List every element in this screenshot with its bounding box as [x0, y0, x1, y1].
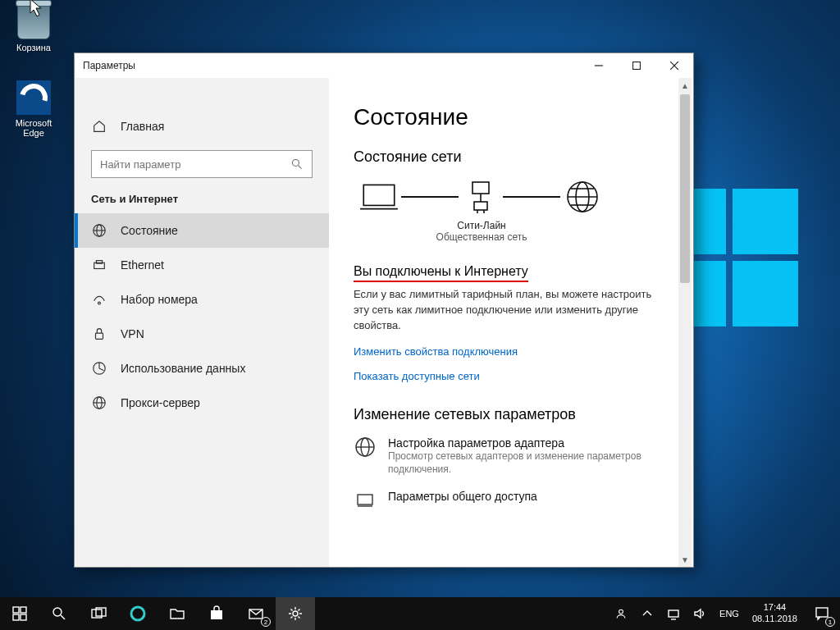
clock-date: 08.11.2018 [752, 614, 797, 625]
search-input[interactable] [100, 158, 290, 171]
svg-rect-18 [363, 185, 395, 205]
section-heading-network-state: Состояние сети [354, 148, 669, 166]
svg-rect-44 [211, 610, 222, 619]
content-scrollbar[interactable]: ▲ ▼ [678, 78, 692, 567]
taskbar-settings[interactable] [276, 597, 315, 630]
sidebar-home[interactable]: Главная [75, 109, 329, 144]
clock-time: 17:44 [752, 602, 797, 614]
svg-rect-35 [13, 607, 19, 613]
proxy-icon [91, 395, 107, 411]
sidebar-item-label: VPN [121, 327, 144, 340]
svg-point-5 [292, 159, 299, 166]
dialup-icon [91, 291, 107, 308]
mouse-cursor [30, 0, 44, 18]
sidebar-item-label: Состояние [121, 224, 178, 237]
sidebar-item-dialup[interactable]: Набор номера [75, 282, 329, 317]
svg-point-43 [131, 607, 144, 620]
taskbar: 2 ENG 17:44 08.11.2018 1 [0, 597, 840, 630]
data-icon [91, 360, 107, 377]
sidebar-item-label: Прокси-сервер [121, 396, 200, 409]
pc-icon [357, 177, 401, 217]
maximize-button[interactable] [618, 53, 655, 78]
svg-rect-13 [96, 333, 103, 339]
notif-badge: 1 [825, 617, 835, 627]
adapter-icon [354, 436, 377, 477]
connected-heading: Вы подключены к Интернету [354, 264, 528, 282]
network-diagram [357, 177, 669, 217]
sidebar-item-label: Набор номера [121, 293, 198, 306]
option-adapter-title: Настройка параметров адаптера [388, 436, 669, 450]
section-heading-change: Изменение сетевых параметров [354, 406, 669, 423]
close-button[interactable] [655, 53, 693, 78]
sidebar: Главная Сеть и Интернет Состояние Ethern… [75, 78, 329, 567]
svg-rect-20 [472, 182, 489, 194]
link-show-networks[interactable]: Показать доступные сети [354, 370, 480, 382]
svg-rect-2 [633, 62, 641, 70]
page-title: Состояние [354, 104, 669, 130]
svg-line-40 [61, 615, 65, 619]
router-icon [459, 177, 503, 217]
scroll-down-arrow[interactable]: ▼ [678, 552, 692, 567]
svg-rect-37 [13, 614, 19, 620]
tray-clock[interactable]: 17:44 08.11.2018 [746, 602, 804, 625]
option-adapter[interactable]: Настройка параметров адаптера Просмотр с… [354, 436, 669, 477]
recycle-bin-label: Корзина [5, 43, 62, 52]
tray-network-icon[interactable] [660, 607, 687, 620]
taskbar-search[interactable] [39, 597, 79, 630]
tray-volume-icon[interactable] [687, 607, 713, 620]
edge-icon [16, 80, 51, 115]
network-label: Сити-Лайн Общественная сеть [354, 220, 534, 243]
titlebar[interactable]: Параметры [75, 53, 693, 78]
task-view[interactable] [79, 597, 118, 630]
scroll-up-arrow[interactable]: ▲ [678, 78, 692, 93]
option-adapter-desc: Просмотр сетевых адаптеров и изменение п… [388, 450, 669, 477]
sidebar-item-proxy[interactable]: Прокси-сервер [75, 386, 329, 420]
sidebar-item-datausage[interactable]: Использование данных [75, 351, 329, 386]
svg-rect-11 [96, 261, 102, 264]
search-icon [290, 158, 304, 171]
vpn-icon [91, 326, 107, 342]
sidebar-item-label: Ethernet [121, 258, 164, 272]
sharing-icon [354, 490, 377, 511]
sidebar-item-ethernet[interactable]: Ethernet [75, 248, 329, 282]
svg-point-46 [293, 611, 298, 616]
sidebar-item-status[interactable]: Состояние [75, 213, 329, 248]
taskbar-edge[interactable] [118, 597, 158, 630]
option-sharing-title: Параметры общего доступа [388, 490, 537, 503]
search-box[interactable] [91, 150, 313, 178]
internet-icon [560, 177, 605, 217]
sidebar-item-label: Использование данных [121, 362, 245, 375]
sidebar-category: Сеть и Интернет [75, 193, 329, 205]
svg-rect-48 [669, 610, 678, 617]
edge-label: Microsoft Edge [5, 118, 62, 138]
content-pane: Состояние Состояние сети Сити-Лайн Общес… [329, 78, 693, 567]
option-sharing[interactable]: Параметры общего доступа [354, 490, 669, 511]
svg-point-47 [619, 609, 623, 614]
globe-icon [91, 222, 107, 239]
edge-shortcut[interactable]: Microsoft Edge [5, 80, 62, 138]
network-name: Сити-Лайн [429, 220, 534, 231]
tray-chevron-up-icon[interactable] [634, 607, 660, 620]
taskbar-store[interactable] [197, 597, 236, 630]
svg-rect-33 [358, 495, 372, 504]
action-center[interactable]: 1 [804, 597, 840, 630]
link-change-props[interactable]: Изменить свойства подключения [354, 345, 518, 358]
tray-people[interactable] [608, 607, 634, 620]
svg-rect-36 [21, 607, 26, 613]
svg-point-39 [53, 608, 62, 616]
sidebar-item-vpn[interactable]: VPN [75, 317, 329, 351]
svg-rect-22 [474, 202, 487, 210]
connected-text: Если у вас лимитный тарифный план, вы мо… [354, 287, 669, 334]
home-icon [91, 118, 107, 135]
svg-rect-50 [816, 608, 828, 617]
settings-window: Параметры Главная Сеть и Интернет Состоя… [74, 52, 694, 568]
tray-lang[interactable]: ENG [713, 609, 746, 619]
network-type: Общественная сеть [429, 231, 534, 243]
svg-marker-0 [30, 0, 41, 16]
taskbar-mail[interactable]: 2 [236, 597, 276, 630]
svg-point-12 [98, 302, 101, 304]
start-button[interactable] [0, 597, 39, 630]
taskbar-explorer[interactable] [158, 597, 197, 630]
minimize-button[interactable] [580, 53, 618, 78]
scroll-thumb[interactable] [680, 94, 690, 283]
